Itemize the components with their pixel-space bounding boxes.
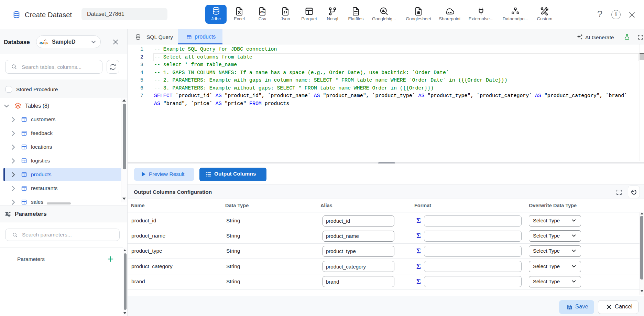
svg-text:CSV: CSV [260,11,265,14]
svg-text:SQL: SQL [43,41,48,44]
